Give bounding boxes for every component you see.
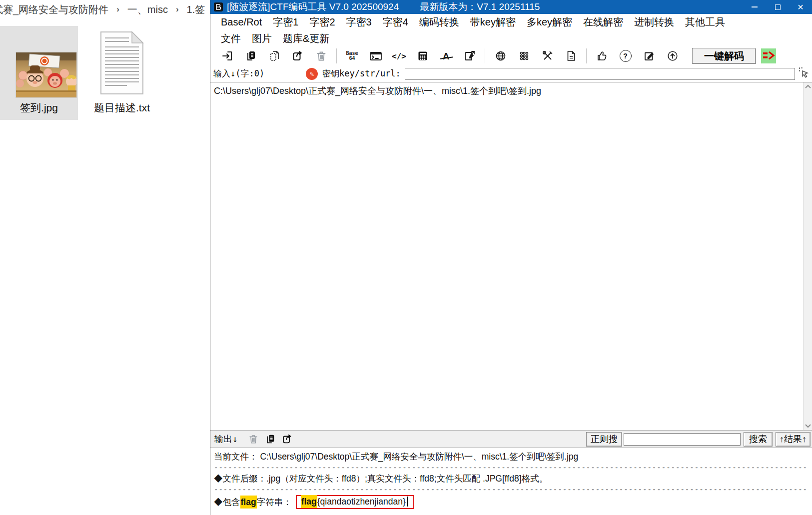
screen: 式赛_网络安全与攻防附件 › 一、misc › 1.签 [0, 0, 812, 515]
trash-icon[interactable] [309, 48, 333, 64]
text-file-icon [99, 31, 145, 95]
file-item-description-txt[interactable]: 题目描述.txt [84, 26, 160, 120]
pencil-badge-icon[interactable]: ✎ [306, 68, 318, 80]
menu-radix-convert[interactable]: 进制转换 [629, 15, 680, 29]
cursor-select-icon[interactable] [798, 66, 811, 81]
breadcrumb-item-misc[interactable]: 一、misc [127, 3, 168, 16]
menu-zimi4[interactable]: 字密4 [377, 15, 414, 29]
input-editor[interactable]: C:\Users\glj07\Desktop\正式赛_网络安全与攻防附件\一、m… [210, 82, 803, 430]
flag-keyword-highlight: flag [240, 496, 257, 509]
chevron-right-icon: › [116, 4, 119, 14]
export-icon[interactable] [286, 48, 309, 64]
signin-image-thumbnail [16, 52, 76, 97]
scroll-up-icon [805, 84, 811, 88]
help-icon[interactable]: ? [614, 48, 637, 64]
dots-grid-icon[interactable] [512, 48, 536, 64]
menu-encode-convert[interactable]: 编码转换 [414, 15, 465, 29]
thumbs-up-icon[interactable] [590, 48, 614, 64]
dashed-divider: ----------------------------------------… [214, 486, 809, 494]
menu-zimi2[interactable]: 字密2 [304, 15, 340, 29]
doc-edit-icon[interactable] [458, 48, 481, 64]
menu-bar-bottom: 文件 图片 题库&更新 [210, 30, 812, 47]
output-label: 输出↓ [214, 433, 238, 445]
flag-result-line: ◆包含flag字符串： flag{qiandaotizhenjiandan} [214, 495, 809, 509]
key-label: 密钥key/str/url: [322, 68, 401, 79]
file-explorer: 式赛_网络安全与攻防附件 › 一、misc › 1.签 [0, 0, 210, 515]
regex-search-input[interactable] [624, 433, 741, 446]
maximize-button[interactable] [766, 0, 789, 14]
app-icon [214, 2, 223, 11]
menu-base-rot[interactable]: Base/Rot [215, 16, 267, 28]
code-icon[interactable]: </> [387, 48, 411, 64]
paste-icon[interactable] [262, 48, 286, 64]
file-label: 签到.jpg [0, 101, 78, 115]
input-bar: 输入↓(字:0) ✎ 密钥key/str/url: [210, 65, 812, 82]
menu-key-decrypt[interactable]: 带key解密 [465, 15, 521, 29]
menu-zimi1[interactable]: 字密1 [267, 15, 304, 29]
flag-line-prefix: ◆包含 [214, 496, 240, 509]
menu-multikey-decrypt[interactable]: 多key解密 [521, 15, 578, 29]
search-button[interactable]: 搜索 [744, 432, 773, 447]
quick-convert-icon[interactable] [761, 48, 776, 63]
output-copy-icon[interactable] [262, 432, 279, 446]
results-button[interactable]: ↑结果↑ [776, 432, 811, 447]
menu-zimi3[interactable]: 字密3 [341, 15, 377, 29]
output-export-icon[interactable] [279, 432, 296, 446]
title-bar: [随波逐流]CTF编码工具 V7.0 202500924 最新版本为：V7.1 … [210, 0, 812, 14]
menu-other-tools[interactable]: 其他工具 [680, 15, 731, 29]
main-text-area: C:\Users\glj07\Desktop\正式赛_网络安全与攻防附件\一、m… [210, 82, 812, 430]
flag-line-suffix: 字符串： [257, 496, 292, 509]
file-info-line: ◆文件后缀：.jpg（对应文件头：ffd8）;真实文件头：ffd8;文件头匹配 … [214, 473, 809, 485]
output-toolbar: 输出↓ 正则搜 搜索 ↑结果↑ [210, 430, 812, 448]
breadcrumb: 式赛_网络安全与攻防附件 › 一、misc › 1.签 [0, 3, 205, 16]
dashed-divider: ----------------------------------------… [214, 464, 809, 472]
menu-file[interactable]: 文件 [215, 32, 246, 45]
menu-online-decrypt[interactable]: 在线解密 [578, 15, 629, 29]
toolbar: Base64 </> A [210, 46, 812, 65]
ctf-tool-window: [随波逐流]CTF编码工具 V7.0 202500924 最新版本为：V7.1 … [210, 0, 812, 515]
globe-icon[interactable] [489, 48, 512, 64]
file-item-signin-jpg[interactable]: 签到.jpg [0, 26, 78, 120]
flag-value-box: flag{qiandaotizhenjiandan} [296, 495, 414, 509]
latest-version-text: 最新版本为：V7.1 20251115 [420, 0, 540, 13]
close-button[interactable]: ✕ [789, 0, 812, 14]
output-trash-icon[interactable] [245, 432, 262, 446]
regex-search-button[interactable]: 正则搜 [586, 432, 622, 447]
toolbar-separator [336, 48, 337, 63]
breadcrumb-item-folder[interactable]: 式赛_网络安全与攻防附件 [0, 3, 108, 16]
menu-questionbank-update[interactable]: 题库&更新 [277, 32, 335, 45]
current-file-label: 当前文件： [214, 452, 258, 462]
one-click-decode-button[interactable]: 一键解码 [692, 48, 756, 64]
flag-value-head: flag [301, 495, 317, 508]
menu-bar-top: Base/Rot 字密1 字密2 字密3 字密4 编码转换 带key解密 多ke… [210, 14, 812, 30]
upload-circle-icon[interactable] [661, 48, 684, 64]
file-label: 题目描述.txt [84, 101, 160, 115]
edit-square-icon[interactable] [637, 48, 661, 64]
calculator-icon[interactable] [411, 48, 434, 64]
menu-image[interactable]: 图片 [246, 32, 277, 45]
text-caret [407, 497, 408, 507]
maximize-icon [775, 4, 781, 10]
doc-cert-icon[interactable] [559, 48, 583, 64]
breadcrumb-item-challenge[interactable]: 1.签 [187, 3, 205, 16]
current-file-path: C:\Users\glj07\Desktop\正式赛_网络安全与攻防附件\一、m… [260, 452, 578, 462]
output-area[interactable]: 当前文件： C:\Users\glj07\Desktop\正式赛_网络安全与攻防… [210, 448, 812, 515]
vertical-scrollbar[interactable] [803, 82, 812, 430]
key-input[interactable] [405, 68, 795, 80]
flag-value-tail: {qiandaotizhenjiandan} [317, 495, 406, 508]
toolbar-separator [586, 48, 587, 63]
copy-icon[interactable] [239, 48, 262, 64]
import-icon[interactable] [215, 48, 239, 64]
tools-icon[interactable] [536, 48, 559, 64]
minimize-icon [752, 6, 758, 7]
base64-icon[interactable]: Base64 [340, 48, 364, 64]
terminal-icon[interactable] [364, 48, 387, 64]
window-controls: ✕ [743, 0, 812, 14]
minimize-button[interactable] [743, 0, 766, 14]
input-count-label: 输入↓(字:0) [210, 68, 306, 79]
chevron-right-icon: › [176, 4, 179, 14]
font-strike-icon[interactable]: A [434, 48, 458, 64]
scroll-down-icon [805, 424, 811, 428]
current-file-line: 当前文件： C:\Users\glj07\Desktop\正式赛_网络安全与攻防… [214, 451, 809, 463]
window-title: [随波逐流]CTF编码工具 V7.0 202500924 [227, 0, 399, 13]
